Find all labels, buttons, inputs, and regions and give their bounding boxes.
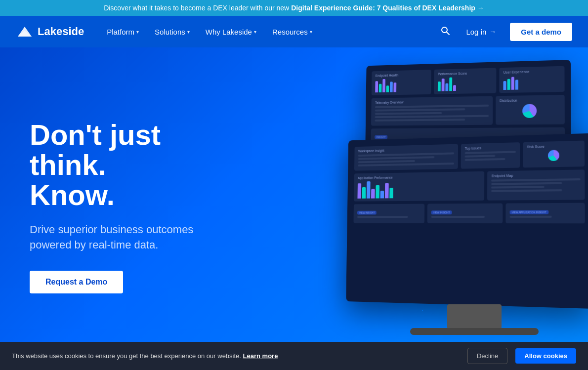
nav-item-resources[interactable]: Resources ▾ — [265, 24, 319, 40]
chevron-down-icon: ▾ — [254, 29, 256, 35]
login-button[interactable]: Log in → — [460, 24, 502, 40]
nav-right: Log in → Get a demo — [438, 23, 572, 41]
nav-item-solutions[interactable]: Solutions ▾ — [148, 24, 197, 40]
login-arrow-icon: → — [489, 28, 496, 36]
cookie-banner: This website uses cookies to ensure you … — [0, 342, 588, 370]
logo-text: Lakeside — [38, 25, 84, 38]
logo[interactable]: Lakeside — [16, 23, 84, 41]
cookie-message: This website uses cookies to ensure you … — [12, 352, 460, 360]
monitor-base — [410, 328, 539, 335]
hero-content: Don't just think. Know. Drive superior b… — [0, 100, 257, 313]
hero-section: Don't just think. Know. Drive superior b… — [0, 47, 588, 366]
nav-item-platform[interactable]: Platform ▾ — [100, 24, 146, 40]
hero-cta-button[interactable]: Request a Demo — [30, 271, 123, 293]
cookie-learn-more-link[interactable]: Learn more — [243, 352, 278, 360]
banner-prefix: Discover what it takes to become a DEX l… — [104, 4, 289, 12]
cookie-allow-button[interactable]: Allow cookies — [515, 348, 576, 364]
hero-subtext: Drive superior business outcomes powered… — [30, 222, 227, 253]
monitor-stand — [447, 304, 502, 329]
hero-headline: Don't just think. Know. — [30, 120, 227, 210]
hero-visual: Endpoint Health Performance Score — [262, 57, 588, 344]
chevron-down-icon: ▾ — [310, 29, 312, 35]
banner-arrow: → — [477, 4, 484, 12]
main-navbar: Lakeside Platform ▾ Solutions ▾ Why Lake… — [0, 16, 588, 47]
cookie-decline-button[interactable]: Decline — [467, 348, 507, 364]
announcement-banner: Discover what it takes to become a DEX l… — [0, 0, 588, 16]
svg-line-1 — [447, 32, 449, 35]
banner-link[interactable]: Digital Experience Guide: 7 Qualities of… — [291, 4, 475, 12]
get-demo-button[interactable]: Get a demo — [510, 23, 572, 41]
nav-links: Platform ▾ Solutions ▾ Why Lakeside ▾ Re… — [100, 24, 438, 40]
search-icon[interactable] — [438, 24, 452, 40]
dashboard-screen-front: Workspace Insight Top Issues — [346, 133, 588, 309]
chevron-down-icon: ▾ — [187, 29, 190, 35]
chevron-down-icon: ▾ — [136, 29, 139, 35]
nav-item-why-lakeside[interactable]: Why Lakeside ▾ — [199, 24, 263, 40]
